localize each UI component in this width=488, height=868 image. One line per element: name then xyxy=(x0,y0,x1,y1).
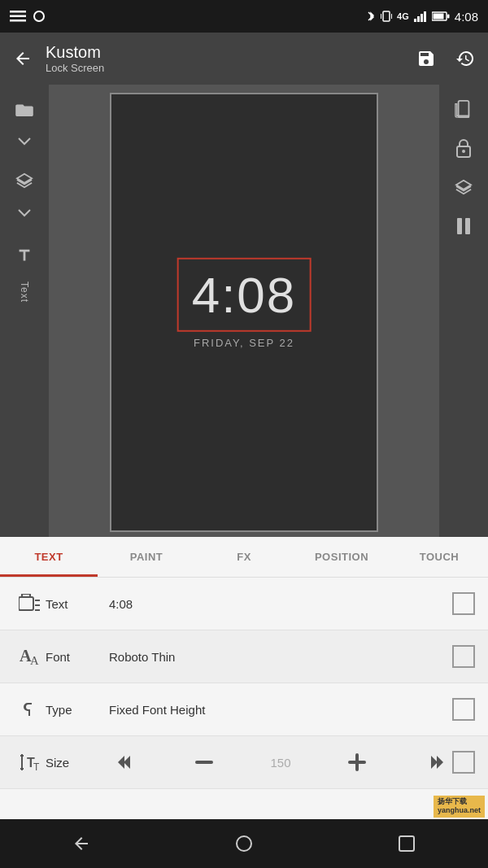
clock-date: FRIDAY, SEP 22 xyxy=(177,337,312,349)
rewind-double-icon xyxy=(115,754,132,770)
tab-paint[interactable]: PAINT xyxy=(98,537,195,577)
size-value: 150 xyxy=(270,756,290,770)
svg-rect-36 xyxy=(399,836,414,851)
size-plus-button[interactable] xyxy=(342,748,372,777)
nav-home-icon xyxy=(235,835,253,853)
svg-point-35 xyxy=(237,836,251,851)
tabs-bar: TEXT PAINT FX POSITION TOUCH xyxy=(0,537,488,578)
layers-button[interactable] xyxy=(447,172,480,202)
layers-icon xyxy=(15,172,33,189)
screenshot-icon xyxy=(455,100,473,118)
app-subtitle: Lock Screen xyxy=(46,62,410,74)
forward-double-icon xyxy=(429,754,446,770)
tab-fx[interactable]: FX xyxy=(195,537,293,577)
circle-icon xyxy=(33,10,46,23)
bluetooth-icon xyxy=(366,10,376,23)
type-prop-label: Type xyxy=(46,703,102,717)
type-icon-container xyxy=(13,693,46,726)
svg-point-15 xyxy=(462,150,465,153)
size-icon: T T xyxy=(19,752,40,772)
prop-row-font: A A Font Roboto Thin xyxy=(0,630,488,683)
save-icon xyxy=(416,49,436,68)
app-title: Kustom xyxy=(46,43,410,62)
paragraph-icon xyxy=(20,700,39,719)
network-label: 4G xyxy=(397,11,409,21)
sidebar-text-format-icon[interactable] xyxy=(8,241,41,270)
history-icon xyxy=(455,49,475,68)
phone-preview: 4:08 FRIDAY, SEP 22 xyxy=(49,85,439,540)
prop-row-type: Type Fixed Font Height xyxy=(0,683,488,736)
font-prop-label: Font xyxy=(46,650,102,664)
size-prop-checkbox[interactable] xyxy=(452,751,475,774)
clock-time-box[interactable]: 4:08 xyxy=(177,258,312,332)
clock-widget: 4:08 FRIDAY, SEP 22 xyxy=(177,258,312,349)
sidebar-chevron-down-1[interactable] xyxy=(8,127,41,156)
canvas-area: Text 4:08 FRIDAY, SEP 22 xyxy=(0,85,488,540)
tab-position[interactable]: POSITION xyxy=(293,537,390,577)
text-format-icon xyxy=(15,246,33,264)
save-button[interactable] xyxy=(410,42,442,75)
vibrate-icon xyxy=(381,10,392,23)
svg-rect-9 xyxy=(420,14,423,22)
app-bar: Kustom Lock Screen xyxy=(0,33,488,85)
history-button[interactable] xyxy=(449,42,481,75)
svg-point-3 xyxy=(34,11,44,21)
right-sidebar xyxy=(439,85,488,540)
sidebar-chevron-down-2[interactable] xyxy=(8,198,41,228)
layers-right-icon xyxy=(455,179,473,195)
text-field-icon xyxy=(13,587,46,620)
svg-rect-1 xyxy=(10,15,26,18)
status-left-icons xyxy=(10,10,46,23)
svg-rect-12 xyxy=(433,14,443,20)
sidebar-layers-icon[interactable] xyxy=(8,166,41,195)
watermark: 扬华下载 yanghua.net xyxy=(434,796,485,818)
svg-rect-17 xyxy=(465,218,470,234)
tab-touch[interactable]: TOUCH xyxy=(390,537,488,577)
nav-back-button[interactable] xyxy=(57,819,106,868)
nav-bar xyxy=(0,819,488,868)
pause-icon xyxy=(455,217,472,235)
type-prop-checkbox[interactable] xyxy=(452,698,475,721)
svg-rect-8 xyxy=(417,16,420,22)
back-button[interactable] xyxy=(7,42,39,75)
font-prop-checkbox[interactable] xyxy=(452,645,475,668)
app-bar-title-block: Kustom Lock Screen xyxy=(39,43,410,74)
screenshot-button[interactable] xyxy=(447,94,480,124)
size-controls: 150 xyxy=(102,748,452,777)
svg-text:A: A xyxy=(30,654,39,666)
font-prop-value[interactable]: Roboto Thin xyxy=(102,650,452,664)
size-icon-container: T T xyxy=(13,746,46,779)
menu-icon xyxy=(10,11,26,22)
back-arrow-icon xyxy=(13,49,33,68)
app-bar-actions xyxy=(410,42,481,75)
text-input-icon xyxy=(19,594,40,613)
lock-button[interactable] xyxy=(447,133,480,163)
prop-row-text: Text 4:08 xyxy=(0,578,488,630)
phone-screen: 4:08 FRIDAY, SEP 22 xyxy=(110,93,378,532)
size-rewind-double-button[interactable] xyxy=(109,748,138,777)
tab-text[interactable]: TEXT xyxy=(0,537,98,577)
nav-home-button[interactable] xyxy=(220,819,268,868)
size-minus-button[interactable] xyxy=(190,748,219,777)
svg-rect-32 xyxy=(195,761,213,764)
svg-rect-16 xyxy=(457,218,462,234)
text-prop-checkbox[interactable] xyxy=(452,592,475,615)
size-prop-label: Size xyxy=(46,756,102,770)
bottom-panel: TEXT PAINT FX POSITION TOUCH xyxy=(0,537,488,868)
svg-text:T: T xyxy=(33,761,40,772)
plus-icon xyxy=(348,753,366,771)
text-prop-value[interactable]: 4:08 xyxy=(102,597,452,611)
nav-recent-button[interactable] xyxy=(382,819,431,868)
font-icon-container: A A xyxy=(13,640,46,673)
chevron-down-icon-2 xyxy=(18,209,31,217)
sidebar-folder-icon[interactable] xyxy=(8,94,41,124)
svg-rect-13 xyxy=(447,15,450,19)
battery-icon xyxy=(432,11,450,21)
signal-icon xyxy=(414,11,427,22)
svg-rect-4 xyxy=(383,11,390,21)
pause-button[interactable] xyxy=(447,212,480,241)
type-prop-value[interactable]: Fixed Font Height xyxy=(102,703,452,717)
size-forward-double-button[interactable] xyxy=(423,748,452,777)
svg-rect-0 xyxy=(10,11,26,13)
folder-icon xyxy=(15,102,33,116)
